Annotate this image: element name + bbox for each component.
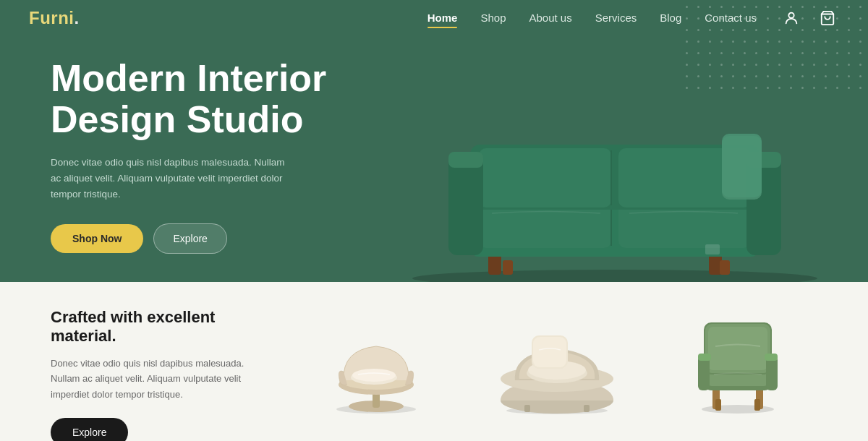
nav-item-blog[interactable]: Blog: [660, 12, 681, 25]
brand-logo[interactable]: Furni.: [29, 8, 80, 28]
chair-item-1: [297, 281, 456, 415]
svg-rect-15: [448, 155, 483, 255]
nav-item-services[interactable]: Services: [595, 12, 637, 25]
explore-button-hero[interactable]: Explore: [153, 223, 226, 254]
logo-text: Furni: [29, 8, 75, 27]
svg-rect-37: [584, 405, 590, 412]
svg-rect-21: [705, 244, 720, 254]
nav-item-shop[interactable]: Shop: [480, 12, 506, 25]
svg-point-2: [412, 270, 817, 282]
svg-rect-41: [715, 399, 721, 411]
hero-section: Furni. Home Shop About us Services Blog …: [0, 0, 868, 282]
svg-rect-36: [524, 405, 530, 412]
chair-item-2: [477, 281, 637, 415]
svg-rect-4: [503, 260, 513, 275]
nav-item-about[interactable]: About us: [529, 12, 572, 25]
navbar: Furni. Home Shop About us Services Blog …: [0, 0, 868, 36]
svg-point-28: [352, 369, 396, 382]
hero-cta-group: Shop Now Explore: [51, 223, 326, 254]
hero-title: Modern Interior Design Studio: [51, 58, 326, 140]
svg-rect-16: [448, 152, 483, 168]
svg-rect-12: [479, 148, 611, 207]
features-text: Crafted with excellent material. Donec v…: [51, 308, 253, 415]
svg-point-0: [788, 13, 793, 18]
shop-now-button[interactable]: Shop Now: [51, 224, 143, 253]
hero-sofa-image: [362, 14, 868, 282]
svg-rect-48: [698, 356, 710, 390]
explore-button-section2[interactable]: Explore: [51, 418, 128, 441]
nav-item-home[interactable]: Home: [427, 12, 458, 25]
svg-rect-50: [766, 356, 778, 390]
features-section: Crafted with excellent material. Donec v…: [0, 282, 868, 441]
cart-icon-button[interactable]: [816, 7, 839, 30]
svg-rect-20: [722, 134, 762, 197]
hero-content: Modern Interior Design Studio Donec vita…: [51, 58, 326, 254]
user-icon-button[interactable]: [780, 7, 803, 30]
svg-rect-51: [765, 354, 778, 361]
svg-rect-49: [698, 354, 711, 361]
features-description: Donec vitae odio quis nisl dapibus males…: [51, 356, 253, 402]
svg-rect-42: [754, 399, 760, 411]
chairs-display: [297, 308, 817, 415]
svg-rect-6: [720, 260, 730, 275]
chair-item-3: [658, 281, 817, 415]
svg-rect-35: [533, 337, 566, 367]
nav-item-contact[interactable]: Contact us: [705, 12, 757, 25]
nav-icons-group: [780, 7, 839, 30]
features-title: Crafted with excellent material.: [51, 308, 253, 346]
svg-rect-47: [708, 327, 767, 370]
hero-description: Donec vitae odio quis nisl dapibus males…: [51, 155, 297, 202]
